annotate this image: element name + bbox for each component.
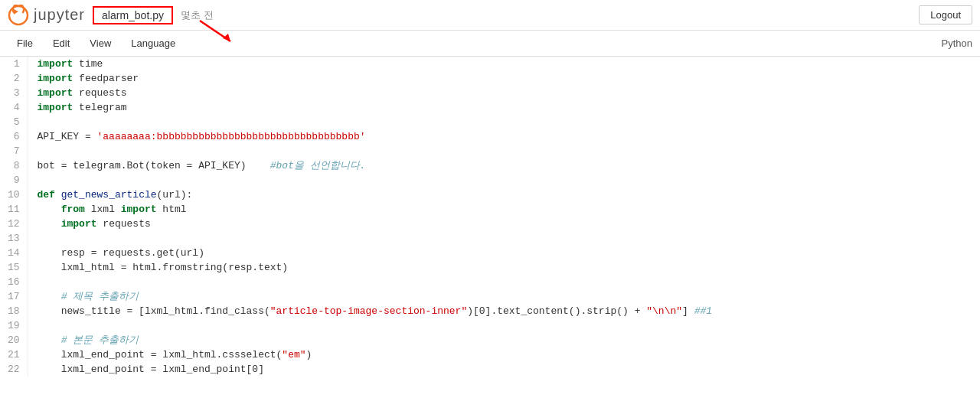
line-code[interactable]: import feedparser [28,71,980,86]
arrow-annotation-icon [196,17,242,47]
line-number: 20 [0,333,28,347]
line-number: 15 [0,260,28,275]
table-row: 21 lxml_end_point = lxml_html.cssselect(… [0,347,980,362]
jupyter-logo-icon [8,5,29,26]
svg-marker-3 [223,34,230,41]
line-number: 5 [0,115,28,129]
line-code[interactable]: import requests [28,217,980,231]
line-number: 7 [0,144,28,158]
line-number: 12 [0,217,28,231]
line-code[interactable]: lxml_end_point = lxml_html.cssselect("em… [28,347,980,362]
line-number: 1 [0,57,28,71]
table-row: 17 # 제목 추출하기 [0,289,980,304]
menu-view[interactable]: View [80,34,120,52]
svg-point-0 [9,6,28,24]
line-code[interactable]: lxml_html = html.fromstring(resp.text) [28,260,980,275]
line-number: 16 [0,275,28,289]
header-left: jupyter alarm_bot.py 몇초 전 [8,5,214,26]
menu-file[interactable]: File [8,34,42,52]
menu-language[interactable]: Language [122,34,185,52]
table-row: 8 bot = telegram.Bot(token = API_KEY) #b… [0,158,980,173]
line-number: 3 [0,86,28,100]
line-code[interactable] [28,275,980,289]
table-row: 6 API_KEY = 'aaaaaaaa:bbbbbbbbbbbbbbbbbb… [0,129,980,144]
line-code[interactable]: import requests [28,86,980,100]
line-number: 17 [0,289,28,304]
table-row: 5 [0,115,980,129]
table-row: 3 import requests [0,86,980,100]
line-number: 10 [0,188,28,202]
menu-edit[interactable]: Edit [44,34,79,52]
line-code[interactable] [28,144,980,158]
logo-text: jupyter [34,6,85,24]
line-code[interactable]: lxml_end_point = lxml_end_point[0] [28,362,980,377]
line-number: 21 [0,347,28,362]
line-code[interactable]: from lxml import html [28,202,980,217]
table-row: 18 news_title = [lxml_html.find_class("a… [0,304,980,318]
line-code[interactable]: import time [28,57,980,71]
line-number: 4 [0,100,28,115]
table-row: 10 def get_news_article(url): [0,188,980,202]
filename-label: alarm_bot.py [102,9,164,21]
line-number: 14 [0,246,28,260]
table-row: 2 import feedparser [0,71,980,86]
table-row: 12 import requests [0,217,980,231]
menubar: File Edit View Language Python [0,31,980,57]
header: jupyter alarm_bot.py 몇초 전 Logout [0,0,980,31]
line-number: 19 [0,318,28,333]
table-row: 7 [0,144,980,158]
table-row: 16 [0,275,980,289]
filename-tab[interactable]: alarm_bot.py [93,6,173,24]
code-table: 1 import time 2 import feedparser 3 impo… [0,57,980,377]
table-row: 22 lxml_end_point = lxml_end_point[0] [0,362,980,377]
logo-area: jupyter [8,5,85,26]
line-number: 18 [0,304,28,318]
line-code[interactable]: import telegram [28,100,980,115]
line-number: 2 [0,71,28,86]
table-row: 13 [0,231,980,246]
table-row: 11 from lxml import html [0,202,980,217]
line-code[interactable]: resp = requests.get(url) [28,246,980,260]
logout-button[interactable]: Logout [919,5,972,24]
menubar-left: File Edit View Language [8,34,185,52]
svg-marker-1 [14,9,18,15]
line-number: 11 [0,202,28,217]
table-row: 9 [0,173,980,188]
table-row: 1 import time [0,57,980,71]
line-code[interactable]: API_KEY = 'aaaaaaaa:bbbbbbbbbbbbbbbbbbbb… [28,129,980,144]
table-row: 14 resp = requests.get(url) [0,246,980,260]
code-area[interactable]: 1 import time 2 import feedparser 3 impo… [0,57,980,398]
save-status-area: 몇초 전 [181,8,214,22]
line-number: 13 [0,231,28,246]
line-number: 8 [0,158,28,173]
line-code[interactable]: bot = telegram.Bot(token = API_KEY) #bot… [28,158,980,173]
table-row: 4 import telegram [0,100,980,115]
line-code[interactable]: def get_news_article(url): [28,188,980,202]
table-row: 15 lxml_html = html.fromstring(resp.text… [0,260,980,275]
line-code[interactable] [28,173,980,188]
line-code[interactable]: news_title = [lxml_html.find_class("arti… [28,304,980,318]
line-code[interactable] [28,231,980,246]
line-number: 22 [0,362,28,377]
line-code[interactable] [28,115,980,129]
line-number: 6 [0,129,28,144]
table-row: 19 [0,318,980,333]
table-row: 20 # 본문 추출하기 [0,333,980,347]
line-code[interactable]: # 본문 추출하기 [28,333,980,347]
line-code[interactable] [28,318,980,333]
line-code[interactable]: # 제목 추출하기 [28,289,980,304]
line-number: 9 [0,173,28,188]
kernel-name: Python [942,38,972,49]
